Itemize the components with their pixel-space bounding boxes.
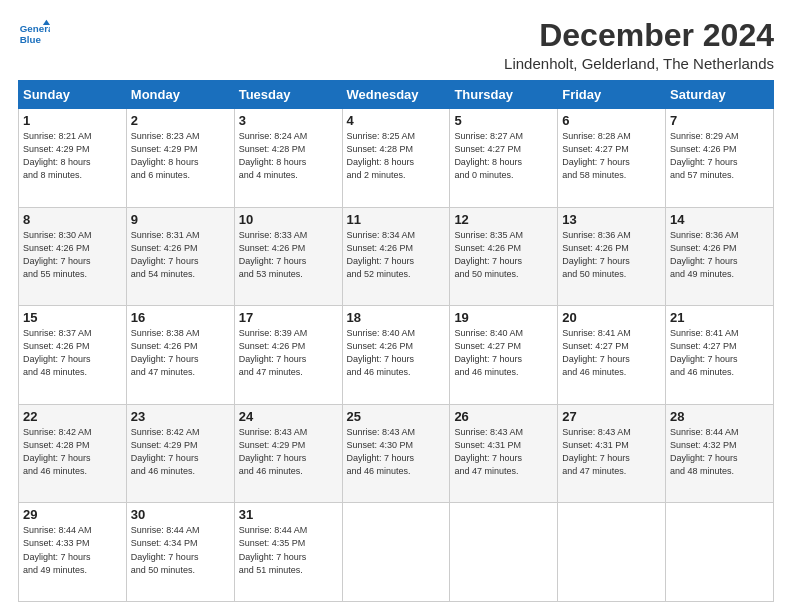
day-content: Sunrise: 8:40 AM Sunset: 4:27 PM Dayligh…: [454, 327, 553, 379]
col-wednesday: Wednesday: [342, 81, 450, 109]
day-content: Sunrise: 8:33 AM Sunset: 4:26 PM Dayligh…: [239, 229, 338, 281]
table-row: 4Sunrise: 8:25 AM Sunset: 4:28 PM Daylig…: [342, 109, 450, 208]
table-row: [342, 503, 450, 602]
table-row: 22Sunrise: 8:42 AM Sunset: 4:28 PM Dayli…: [19, 404, 127, 503]
main-title: December 2024: [504, 18, 774, 53]
day-content: Sunrise: 8:36 AM Sunset: 4:26 PM Dayligh…: [562, 229, 661, 281]
table-row: 9Sunrise: 8:31 AM Sunset: 4:26 PM Daylig…: [126, 207, 234, 306]
page: General Blue December 2024 Lindenholt, G…: [0, 0, 792, 612]
logo: General Blue: [18, 18, 50, 50]
day-content: Sunrise: 8:36 AM Sunset: 4:26 PM Dayligh…: [670, 229, 769, 281]
table-row: 8Sunrise: 8:30 AM Sunset: 4:26 PM Daylig…: [19, 207, 127, 306]
day-content: Sunrise: 8:28 AM Sunset: 4:27 PM Dayligh…: [562, 130, 661, 182]
calendar-week-row: 15Sunrise: 8:37 AM Sunset: 4:26 PM Dayli…: [19, 306, 774, 405]
day-number: 12: [454, 212, 553, 227]
day-content: Sunrise: 8:25 AM Sunset: 4:28 PM Dayligh…: [347, 130, 446, 182]
table-row: 5Sunrise: 8:27 AM Sunset: 4:27 PM Daylig…: [450, 109, 558, 208]
table-row: 18Sunrise: 8:40 AM Sunset: 4:26 PM Dayli…: [342, 306, 450, 405]
table-row: 19Sunrise: 8:40 AM Sunset: 4:27 PM Dayli…: [450, 306, 558, 405]
day-content: Sunrise: 8:35 AM Sunset: 4:26 PM Dayligh…: [454, 229, 553, 281]
table-row: 16Sunrise: 8:38 AM Sunset: 4:26 PM Dayli…: [126, 306, 234, 405]
col-tuesday: Tuesday: [234, 81, 342, 109]
day-number: 3: [239, 113, 338, 128]
day-content: Sunrise: 8:43 AM Sunset: 4:29 PM Dayligh…: [239, 426, 338, 478]
day-number: 2: [131, 113, 230, 128]
day-content: Sunrise: 8:27 AM Sunset: 4:27 PM Dayligh…: [454, 130, 553, 182]
day-content: Sunrise: 8:41 AM Sunset: 4:27 PM Dayligh…: [670, 327, 769, 379]
table-row: 2Sunrise: 8:23 AM Sunset: 4:29 PM Daylig…: [126, 109, 234, 208]
col-sunday: Sunday: [19, 81, 127, 109]
table-row: 13Sunrise: 8:36 AM Sunset: 4:26 PM Dayli…: [558, 207, 666, 306]
table-row: 27Sunrise: 8:43 AM Sunset: 4:31 PM Dayli…: [558, 404, 666, 503]
table-row: 11Sunrise: 8:34 AM Sunset: 4:26 PM Dayli…: [342, 207, 450, 306]
table-row: 1Sunrise: 8:21 AM Sunset: 4:29 PM Daylig…: [19, 109, 127, 208]
day-content: Sunrise: 8:30 AM Sunset: 4:26 PM Dayligh…: [23, 229, 122, 281]
svg-text:Blue: Blue: [20, 34, 42, 45]
col-monday: Monday: [126, 81, 234, 109]
table-row: [666, 503, 774, 602]
day-content: Sunrise: 8:21 AM Sunset: 4:29 PM Dayligh…: [23, 130, 122, 182]
day-content: Sunrise: 8:34 AM Sunset: 4:26 PM Dayligh…: [347, 229, 446, 281]
day-number: 29: [23, 507, 122, 522]
day-number: 5: [454, 113, 553, 128]
day-number: 11: [347, 212, 446, 227]
day-content: Sunrise: 8:44 AM Sunset: 4:32 PM Dayligh…: [670, 426, 769, 478]
calendar-week-row: 8Sunrise: 8:30 AM Sunset: 4:26 PM Daylig…: [19, 207, 774, 306]
day-number: 30: [131, 507, 230, 522]
day-number: 20: [562, 310, 661, 325]
day-content: Sunrise: 8:24 AM Sunset: 4:28 PM Dayligh…: [239, 130, 338, 182]
header: General Blue December 2024 Lindenholt, G…: [18, 18, 774, 72]
day-number: 26: [454, 409, 553, 424]
day-number: 28: [670, 409, 769, 424]
day-number: 16: [131, 310, 230, 325]
day-number: 22: [23, 409, 122, 424]
day-number: 10: [239, 212, 338, 227]
table-row: 7Sunrise: 8:29 AM Sunset: 4:26 PM Daylig…: [666, 109, 774, 208]
day-number: 7: [670, 113, 769, 128]
day-number: 24: [239, 409, 338, 424]
day-number: 8: [23, 212, 122, 227]
day-number: 27: [562, 409, 661, 424]
day-content: Sunrise: 8:43 AM Sunset: 4:30 PM Dayligh…: [347, 426, 446, 478]
calendar-table: Sunday Monday Tuesday Wednesday Thursday…: [18, 80, 774, 602]
logo-icon: General Blue: [18, 18, 50, 50]
day-content: Sunrise: 8:44 AM Sunset: 4:33 PM Dayligh…: [23, 524, 122, 576]
day-content: Sunrise: 8:39 AM Sunset: 4:26 PM Dayligh…: [239, 327, 338, 379]
day-content: Sunrise: 8:38 AM Sunset: 4:26 PM Dayligh…: [131, 327, 230, 379]
title-block: December 2024 Lindenholt, Gelderland, Th…: [504, 18, 774, 72]
col-thursday: Thursday: [450, 81, 558, 109]
day-number: 25: [347, 409, 446, 424]
table-row: 15Sunrise: 8:37 AM Sunset: 4:26 PM Dayli…: [19, 306, 127, 405]
table-row: 25Sunrise: 8:43 AM Sunset: 4:30 PM Dayli…: [342, 404, 450, 503]
table-row: 26Sunrise: 8:43 AM Sunset: 4:31 PM Dayli…: [450, 404, 558, 503]
day-number: 9: [131, 212, 230, 227]
day-number: 17: [239, 310, 338, 325]
table-row: 24Sunrise: 8:43 AM Sunset: 4:29 PM Dayli…: [234, 404, 342, 503]
day-number: 15: [23, 310, 122, 325]
day-content: Sunrise: 8:43 AM Sunset: 4:31 PM Dayligh…: [562, 426, 661, 478]
table-row: 31Sunrise: 8:44 AM Sunset: 4:35 PM Dayli…: [234, 503, 342, 602]
table-row: [558, 503, 666, 602]
table-row: 29Sunrise: 8:44 AM Sunset: 4:33 PM Dayli…: [19, 503, 127, 602]
subtitle: Lindenholt, Gelderland, The Netherlands: [504, 55, 774, 72]
table-row: 6Sunrise: 8:28 AM Sunset: 4:27 PM Daylig…: [558, 109, 666, 208]
table-row: 28Sunrise: 8:44 AM Sunset: 4:32 PM Dayli…: [666, 404, 774, 503]
day-number: 1: [23, 113, 122, 128]
day-content: Sunrise: 8:41 AM Sunset: 4:27 PM Dayligh…: [562, 327, 661, 379]
day-content: Sunrise: 8:23 AM Sunset: 4:29 PM Dayligh…: [131, 130, 230, 182]
day-content: Sunrise: 8:42 AM Sunset: 4:28 PM Dayligh…: [23, 426, 122, 478]
table-row: 3Sunrise: 8:24 AM Sunset: 4:28 PM Daylig…: [234, 109, 342, 208]
col-saturday: Saturday: [666, 81, 774, 109]
day-number: 21: [670, 310, 769, 325]
table-row: [450, 503, 558, 602]
table-row: 14Sunrise: 8:36 AM Sunset: 4:26 PM Dayli…: [666, 207, 774, 306]
day-number: 14: [670, 212, 769, 227]
calendar-week-row: 1Sunrise: 8:21 AM Sunset: 4:29 PM Daylig…: [19, 109, 774, 208]
day-content: Sunrise: 8:31 AM Sunset: 4:26 PM Dayligh…: [131, 229, 230, 281]
day-content: Sunrise: 8:29 AM Sunset: 4:26 PM Dayligh…: [670, 130, 769, 182]
day-number: 23: [131, 409, 230, 424]
day-number: 18: [347, 310, 446, 325]
day-content: Sunrise: 8:43 AM Sunset: 4:31 PM Dayligh…: [454, 426, 553, 478]
day-content: Sunrise: 8:42 AM Sunset: 4:29 PM Dayligh…: [131, 426, 230, 478]
day-content: Sunrise: 8:44 AM Sunset: 4:34 PM Dayligh…: [131, 524, 230, 576]
